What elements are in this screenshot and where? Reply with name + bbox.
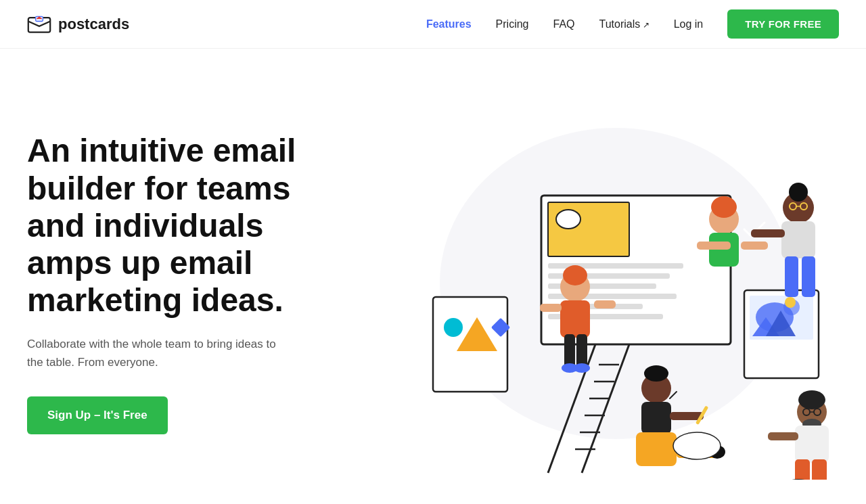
svg-rect-39	[594, 300, 616, 308]
header: postcards Features Pricing FAQ Tutorials…	[0, 0, 866, 49]
svg-rect-70	[812, 459, 827, 480]
svg-rect-57	[636, 432, 677, 466]
nav-faq[interactable]: FAQ	[553, 18, 575, 30]
signup-button[interactable]: Sign Up – It's Free	[27, 396, 168, 434]
svg-rect-38	[540, 304, 562, 312]
svg-point-41	[711, 196, 737, 218]
svg-point-18	[785, 297, 796, 308]
svg-rect-35	[576, 334, 587, 368]
svg-rect-68	[795, 426, 829, 463]
svg-point-63	[798, 390, 825, 409]
svg-rect-4	[548, 202, 629, 256]
logo-link[interactable]: postcards	[27, 15, 129, 34]
svg-point-46	[789, 183, 808, 202]
hero-left: An intuitive email builder for teams and…	[27, 118, 365, 434]
svg-rect-56	[641, 402, 671, 434]
nav-tutorials[interactable]: Tutorials	[599, 18, 650, 30]
svg-rect-52	[785, 256, 798, 297]
nav-login[interactable]: Log in	[674, 18, 704, 30]
logo-icon	[27, 15, 51, 34]
main-section: An intuitive email builder for teams and…	[0, 49, 866, 504]
svg-rect-33	[560, 300, 590, 338]
svg-point-55	[644, 365, 668, 382]
svg-rect-43	[697, 242, 731, 250]
svg-point-32	[563, 265, 587, 285]
logo-text: postcards	[58, 16, 129, 33]
svg-rect-73	[768, 432, 798, 440]
nav-features[interactable]: Features	[426, 18, 472, 30]
svg-rect-50	[781, 221, 815, 258]
hero-subtitle: Collaborate with the whole team to bring…	[27, 335, 277, 371]
svg-rect-44	[741, 242, 768, 250]
svg-rect-51	[751, 229, 785, 237]
svg-point-74	[673, 432, 721, 459]
svg-rect-53	[802, 256, 815, 297]
team-illustration-svg	[365, 87, 839, 480]
nav-pricing[interactable]: Pricing	[496, 18, 529, 30]
hero-title: An intuitive email builder for teams and…	[27, 132, 345, 319]
svg-point-37	[574, 363, 590, 373]
try-free-button[interactable]: TRY FOR FREE	[727, 9, 839, 39]
svg-rect-69	[795, 459, 810, 480]
hero-illustration	[365, 87, 839, 480]
svg-rect-34	[564, 334, 575, 368]
svg-point-20	[444, 318, 463, 337]
svg-point-5	[556, 210, 580, 229]
main-nav: Features Pricing FAQ Tutorials Log in TR…	[426, 9, 839, 39]
hero-illustration-area	[365, 49, 839, 504]
